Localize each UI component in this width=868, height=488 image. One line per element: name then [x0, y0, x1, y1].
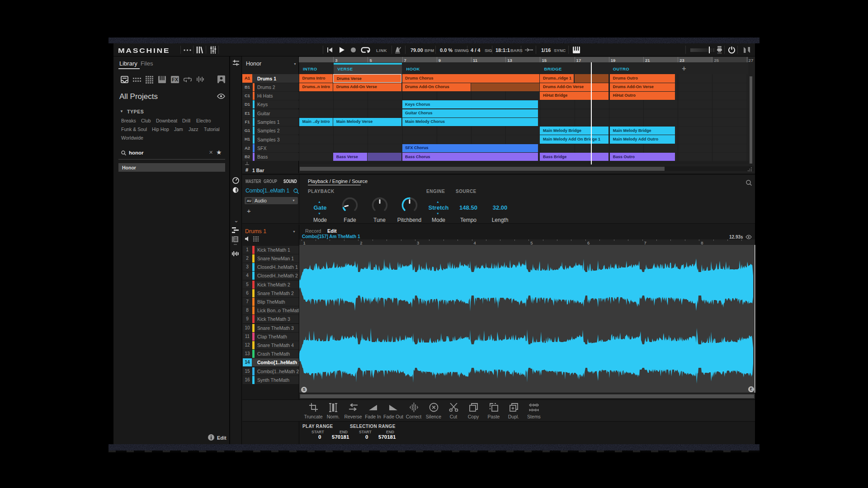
svg-text:FX: FX	[172, 77, 179, 82]
svg-text:CPU: CPU	[717, 52, 722, 54]
